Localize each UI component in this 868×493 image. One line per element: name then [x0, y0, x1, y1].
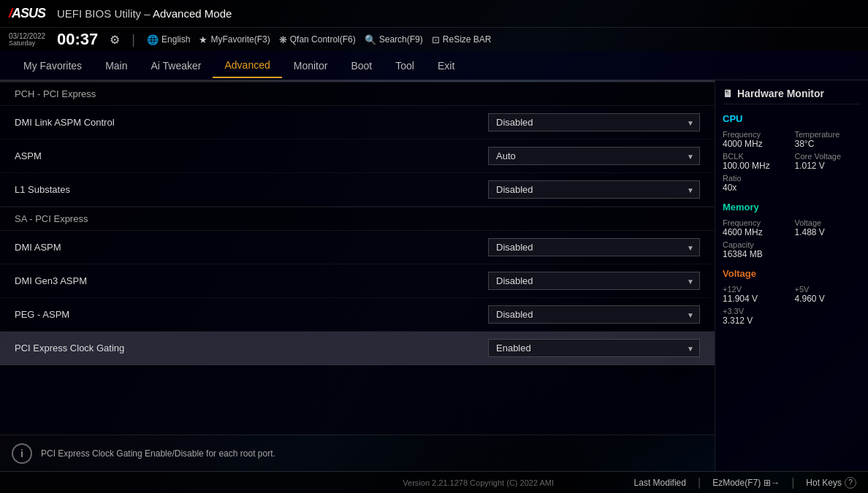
dmi-aspm-control: Disabled ▼	[488, 238, 700, 256]
row-pci-clock-gating[interactable]: PCI Express Clock Gating Enabled ▼	[0, 332, 715, 365]
resize-icon: ⊡	[432, 34, 440, 45]
l1-substates-dropdown-wrapper: Disabled ▼	[488, 180, 700, 199]
l1-substates-dropdown[interactable]: Disabled	[488, 180, 700, 199]
header: /ASUS UEFI BIOS Utility – Advanced Mode	[0, 0, 868, 28]
toolbar-search[interactable]: 🔍 Search(F9)	[365, 34, 423, 45]
nav-my-favorites[interactable]: My Favorites	[12, 54, 94, 77]
l1-substates-control: Disabled ▼	[488, 180, 700, 199]
pci-clock-gating-control: Enabled ▼	[488, 339, 700, 357]
hardware-monitor-panel: 🖥 Hardware Monitor CPU Frequency 4000 MH…	[715, 80, 868, 471]
last-modified-label: Last Modified	[634, 478, 686, 488]
aspm-dropdown[interactable]: Auto	[488, 147, 700, 165]
hw-mem-freq: Frequency 4600 MHz	[723, 218, 789, 237]
toolbar-items: 🌐 English ★ MyFavorite(F3) ❋ Qfan Contro…	[147, 34, 491, 45]
navigation: My Favorites Main Ai Tweaker Advanced Mo…	[0, 51, 868, 80]
pci-clock-gating-dropdown[interactable]: Enabled	[488, 339, 700, 357]
section-pch: PCH - PCI Express	[0, 82, 715, 106]
pci-clock-gating-dropdown-wrapper: Enabled ▼	[488, 339, 700, 357]
row-dmi-link-aspm[interactable]: DMI Link ASPM Control Disabled ▼	[0, 106, 715, 140]
row-peg-aspm[interactable]: PEG - ASPM Disabled ▼	[0, 298, 715, 332]
hw-plus12v: +12V 11.904 V	[723, 285, 789, 304]
hw-voltage-grid: +12V 11.904 V +5V 4.960 V +3.3V 3.312 V	[723, 285, 861, 326]
info-bar: i PCI Express Clock Gating Enable/Disabl…	[0, 435, 715, 471]
hw-cpu-temp: Temperature 38°C	[795, 130, 861, 149]
dmi-gen3-aspm-control: Disabled ▼	[488, 272, 700, 290]
asus-logo: /ASUS	[9, 6, 45, 21]
aspm-control: Auto ▼	[488, 147, 700, 165]
row-l1-substates[interactable]: L1 Substates Disabled ▼	[0, 173, 715, 207]
ez-mode-label: EzMode(F7)	[712, 478, 761, 488]
dmi-aspm-label: DMI ASPM	[15, 242, 488, 253]
search-label: Search(F9)	[379, 34, 423, 45]
left-panel: PCH - PCI Express DMI Link ASPM Control …	[0, 80, 715, 471]
hw-cpu-bclk: BCLK 100.00 MHz	[723, 152, 789, 171]
footer-right: Last Modified | EzMode(F7) ⊞→ | Hot Keys…	[634, 476, 856, 489]
gear-icon[interactable]: ⚙	[110, 33, 120, 47]
ez-mode-btn[interactable]: EzMode(F7) ⊞→	[712, 478, 780, 488]
hw-voltage-title: Voltage	[723, 268, 861, 279]
globe-icon: 🌐	[147, 34, 159, 45]
toolbar-my-favorite[interactable]: ★ MyFavorite(F3)	[199, 34, 270, 45]
resize-bar-label: ReSize BAR	[443, 34, 492, 45]
peg-aspm-dropdown-wrapper: Disabled ▼	[488, 305, 700, 324]
last-modified-btn[interactable]: Last Modified	[634, 478, 686, 488]
fan-icon: ❋	[279, 34, 287, 45]
footer-divider: |	[698, 476, 701, 489]
dmi-aspm-dropdown[interactable]: Disabled	[488, 238, 700, 256]
date-display: 03/12/2022	[9, 33, 45, 40]
info-text: PCI Express Clock Gating Enable/Disable …	[41, 448, 275, 459]
footer-divider2: |	[791, 476, 794, 489]
aspm-label: ASPM	[15, 150, 488, 161]
nav-boot[interactable]: Boot	[339, 54, 384, 77]
dmi-link-aspm-dropdown[interactable]: Disabled	[488, 113, 700, 131]
row-dmi-gen3-aspm[interactable]: DMI Gen3 ASPM Disabled ▼	[0, 264, 715, 298]
toolbar-qfan[interactable]: ❋ Qfan Control(F6)	[279, 34, 356, 45]
dmi-link-aspm-dropdown-wrapper: Disabled ▼	[488, 113, 700, 131]
pci-clock-gating-label: PCI Express Clock Gating	[15, 343, 488, 353]
hw-mem-voltage: Voltage 1.488 V	[795, 218, 861, 237]
hw-mem-capacity: Capacity 16384 MB	[723, 240, 789, 259]
footer: Version 2.21.1278 Copyright (C) 2022 AMI…	[0, 471, 868, 493]
bios-title: UEFI BIOS Utility – Advanced Mode	[57, 7, 232, 20]
ez-mode-icon: ⊞→	[764, 478, 780, 488]
monitor-icon: 🖥	[723, 88, 733, 99]
search-icon: 🔍	[365, 34, 376, 45]
nav-advanced[interactable]: Advanced	[213, 53, 281, 78]
nav-tool[interactable]: Tool	[384, 54, 426, 77]
dmi-gen3-aspm-dropdown[interactable]: Disabled	[488, 272, 700, 290]
toolbar-language[interactable]: 🌐 English	[147, 34, 190, 45]
nav-main[interactable]: Main	[94, 54, 139, 77]
star-icon: ★	[199, 34, 208, 45]
qfan-label: Qfan Control(F6)	[290, 34, 356, 45]
row-dmi-aspm[interactable]: DMI ASPM Disabled ▼	[0, 231, 715, 264]
hw-plus3v3: +3.3V 3.312 V	[723, 307, 789, 326]
hw-cpu-grid: Frequency 4000 MHz Temperature 38°C BCLK…	[723, 130, 861, 193]
aspm-dropdown-wrapper: Auto ▼	[488, 147, 700, 165]
hw-memory-grid: Frequency 4600 MHz Voltage 1.488 V Capac…	[723, 218, 861, 259]
toolbar: 03/12/2022 Saturday 00:37 ⚙ | 🌐 English …	[0, 28, 868, 51]
toolbar-divider: |	[132, 32, 135, 47]
settings-container: PCH - PCI Express DMI Link ASPM Control …	[0, 82, 715, 435]
nav-ai-tweaker[interactable]: Ai Tweaker	[139, 54, 213, 77]
nav-exit[interactable]: Exit	[426, 54, 466, 77]
row-aspm[interactable]: ASPM Auto ▼	[0, 140, 715, 173]
hw-cpu-core-voltage: Core Voltage 1.012 V	[795, 152, 861, 171]
peg-aspm-dropdown[interactable]: Disabled	[488, 305, 700, 324]
dmi-link-aspm-label: DMI Link ASPM Control	[15, 117, 488, 128]
my-favorite-label: MyFavorite(F3)	[210, 34, 270, 45]
toolbar-resize-bar[interactable]: ⊡ ReSize BAR	[432, 34, 492, 45]
nav-monitor[interactable]: Monitor	[282, 54, 340, 77]
main-content: PCH - PCI Express DMI Link ASPM Control …	[0, 80, 868, 471]
info-icon: i	[12, 443, 32, 464]
section-sa: SA - PCI Express	[0, 207, 715, 231]
language-label: English	[161, 34, 190, 45]
peg-aspm-control: Disabled ▼	[488, 305, 700, 324]
hw-monitor-title: 🖥 Hardware Monitor	[723, 88, 861, 104]
datetime: 03/12/2022 Saturday	[9, 33, 45, 47]
hot-keys-btn[interactable]: Hot Keys ?	[806, 477, 856, 489]
hot-keys-icon: ?	[845, 477, 856, 489]
hw-cpu-freq: Frequency 4000 MHz	[723, 130, 789, 149]
dmi-gen3-aspm-label: DMI Gen3 ASPM	[15, 275, 488, 286]
hw-memory-title: Memory	[723, 202, 861, 213]
hw-cpu-title: CPU	[723, 113, 861, 124]
